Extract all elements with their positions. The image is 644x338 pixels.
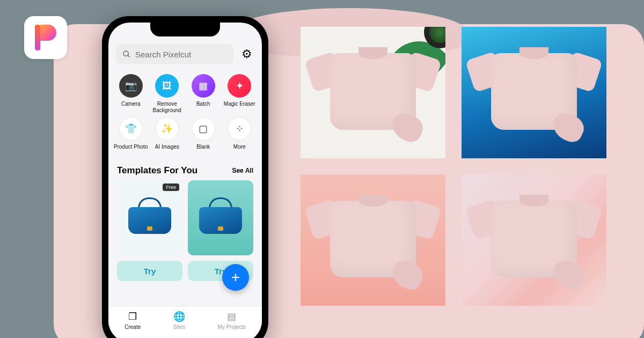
more-icon: ⁘ <box>228 117 251 141</box>
plus-icon: + <box>231 269 240 286</box>
tool-label: Product Photo <box>114 144 148 157</box>
tab-my-projects[interactable]: ▤ My Projects <box>218 311 246 330</box>
tool-label: AI Images <box>155 144 179 157</box>
free-badge: Free <box>163 183 179 191</box>
tab-label: Sites <box>173 324 185 330</box>
tool-product-photo[interactable]: 👕 Product Photo <box>114 117 148 157</box>
sparkle-icon: ✨ <box>155 117 179 141</box>
try-button[interactable]: Try <box>117 261 182 281</box>
add-fab[interactable]: + <box>222 264 249 291</box>
phone-frame: Search Pixelcut ⚙ 📷 Camera 🖼 Remove Back… <box>102 16 268 338</box>
gear-icon: ⚙ <box>241 47 252 61</box>
tshirt-product <box>474 191 593 290</box>
tshirt-product <box>313 191 432 290</box>
projects-icon: ▤ <box>227 311 236 322</box>
tool-label: Blank <box>196 144 210 157</box>
svg-line-1 <box>128 55 129 57</box>
grid-icon: ▦ <box>192 74 215 98</box>
tab-label: My Projects <box>218 324 246 330</box>
tool-blank[interactable]: ▢ Blank <box>186 117 221 157</box>
templates-title: Templates For You <box>117 165 197 176</box>
app-icon <box>24 16 67 59</box>
tool-label: Magic Eraser <box>224 101 255 114</box>
square-icon: ▢ <box>192 117 215 141</box>
tshirt-icon: 👕 <box>119 117 143 141</box>
svg-point-0 <box>123 51 128 56</box>
preview-white-plants <box>301 27 445 158</box>
phone-screen: Search Pixelcut ⚙ 📷 Camera 🖼 Remove Back… <box>108 23 262 338</box>
tool-label: More <box>233 144 246 157</box>
handbag-image <box>199 202 242 234</box>
tab-bar: ❐ Create 🌐 Sites ▤ My Projects <box>108 306 262 338</box>
preview-coral-gradient <box>301 174 445 306</box>
search-input[interactable]: Search Pixelcut <box>116 44 234 64</box>
tool-magic-eraser[interactable]: ✦ Magic Eraser <box>223 74 257 114</box>
tool-label: Remove Background <box>150 101 185 114</box>
globe-icon: 🌐 <box>173 311 185 322</box>
tool-ai-images[interactable]: ✨ AI Images <box>150 117 185 157</box>
preview-grid <box>301 27 606 306</box>
tab-create[interactable]: ❐ Create <box>125 311 141 330</box>
tool-camera[interactable]: 📷 Camera <box>114 74 148 114</box>
tshirt-product <box>313 43 432 142</box>
tool-grid: 📷 Camera 🖼 Remove Background ▦ Batch ✦ M… <box>108 70 262 157</box>
pixelcut-logo-icon <box>33 25 58 50</box>
search-placeholder: Search Pixelcut <box>135 50 191 59</box>
camera-icon: 📷 <box>119 74 143 98</box>
tool-label: Camera <box>121 101 141 114</box>
preview-blue-gradient <box>462 27 606 158</box>
template-card[interactable] <box>188 180 253 255</box>
tab-label: Create <box>125 324 141 330</box>
tool-more[interactable]: ⁘ More <box>223 117 257 157</box>
see-all-link[interactable]: See All <box>232 167 253 174</box>
phone-notch <box>150 23 220 36</box>
template-card[interactable]: Free <box>117 180 182 255</box>
tool-batch[interactable]: ▦ Batch <box>186 74 221 114</box>
eraser-icon: ✦ <box>228 74 251 98</box>
tshirt-product <box>474 43 593 142</box>
create-icon: ❐ <box>128 311 137 322</box>
preview-pink-marble <box>462 174 606 306</box>
image-icon: 🖼 <box>155 74 179 98</box>
settings-button[interactable]: ⚙ <box>239 47 254 62</box>
tab-sites[interactable]: 🌐 Sites <box>173 311 185 330</box>
templates-row: Free <box>108 180 262 255</box>
handbag-image <box>128 202 171 234</box>
tool-remove-background[interactable]: 🖼 Remove Background <box>150 74 185 114</box>
tool-label: Batch <box>196 101 210 114</box>
templates-header: Templates For You See All <box>108 157 262 180</box>
search-icon <box>122 50 131 58</box>
search-row: Search Pixelcut ⚙ <box>116 44 254 64</box>
